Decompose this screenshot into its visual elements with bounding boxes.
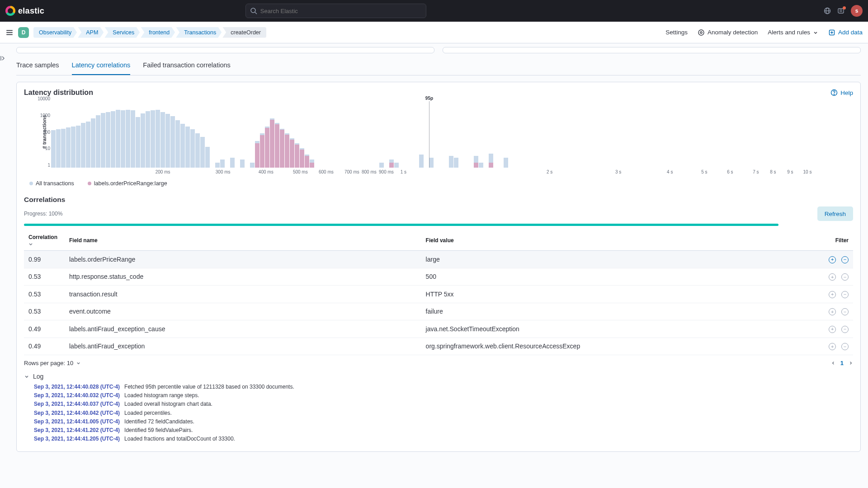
- legend-all: All transactions: [36, 180, 74, 187]
- rows-per-page[interactable]: Rows per page: 10: [24, 360, 81, 366]
- progress-bar: [24, 224, 778, 226]
- breadcrumb-item[interactable]: createOrder: [222, 27, 266, 38]
- alerts-dropdown[interactable]: Alerts and rules: [768, 29, 818, 36]
- search-wrap: [245, 4, 426, 18]
- search-icon: [250, 7, 257, 14]
- col-value[interactable]: Field value: [421, 230, 817, 251]
- filter-out-icon[interactable]: −: [841, 273, 849, 281]
- svg-point-18: [834, 94, 835, 94]
- sidebar-expand-icon[interactable]: [0, 43, 16, 465]
- page-next[interactable]: [848, 361, 853, 366]
- legend: All transactions labels.orderPriceRange:…: [29, 180, 853, 187]
- filter-in-icon[interactable]: +: [829, 308, 836, 315]
- filter-out-icon[interactable]: −: [841, 256, 849, 263]
- newsfeed-icon[interactable]: [837, 7, 844, 14]
- svg-point-12: [698, 30, 704, 35]
- legend-sel: labels.orderPriceRange:large: [94, 180, 167, 187]
- search-input[interactable]: [245, 4, 426, 18]
- latency-chart[interactable]: # transactions 95p 200 ms300 ms400 ms500…: [24, 99, 853, 178]
- settings-link[interactable]: Settings: [665, 29, 688, 36]
- filter-out-icon[interactable]: −: [841, 326, 849, 333]
- svg-rect-5: [838, 9, 844, 13]
- filter-in-icon[interactable]: +: [829, 291, 836, 298]
- tabs: Trace samples Latency correlations Faile…: [16, 56, 861, 75]
- summary-card: [443, 47, 861, 53]
- log-output: Sep 3, 2021, 12:44:40.028 (UTC-4)Fetched…: [34, 383, 853, 443]
- filter-in-icon[interactable]: +: [829, 273, 836, 281]
- breadcrumb-item[interactable]: Services: [104, 27, 140, 38]
- logo[interactable]: elastic: [5, 6, 44, 16]
- svg-line-1: [255, 12, 257, 14]
- tab-failed-correlations[interactable]: Failed transaction correlations: [143, 56, 230, 75]
- summary-card: [16, 47, 434, 53]
- progress-label: Progress: 100%: [24, 211, 62, 217]
- svg-point-11: [700, 32, 702, 33]
- col-corr[interactable]: Correlation: [28, 234, 57, 240]
- avatar[interactable]: s: [851, 5, 863, 17]
- table-row[interactable]: 0.53transaction.resultHTTP 5xx + −: [24, 286, 853, 303]
- breadcrumb-item[interactable]: Observability: [33, 27, 77, 38]
- breadcrumb-item[interactable]: APM: [78, 27, 104, 38]
- filter-out-icon[interactable]: −: [841, 343, 849, 350]
- refresh-button[interactable]: Refresh: [817, 206, 853, 221]
- filter-in-icon[interactable]: +: [829, 326, 836, 333]
- logo-icon: [5, 6, 15, 16]
- tab-latency-correlations[interactable]: Latency correlations: [72, 56, 131, 75]
- subbar: D ObservabilityAPMServicesfrontendTransa…: [0, 22, 868, 43]
- table-row[interactable]: 0.53event.outcomefailure + −: [24, 303, 853, 320]
- breadcrumb-item[interactable]: frontend: [141, 27, 175, 38]
- tab-trace-samples[interactable]: Trace samples: [16, 56, 59, 75]
- filter-in-icon[interactable]: +: [829, 343, 836, 350]
- space-badge[interactable]: D: [18, 27, 29, 38]
- anomaly-link[interactable]: Anomaly detection: [698, 29, 758, 36]
- filter-in-icon[interactable]: +: [829, 256, 836, 263]
- topbar: elastic s: [0, 0, 868, 22]
- col-filter: Filter: [817, 230, 853, 251]
- table-row[interactable]: 0.49labels.antiFraud_exceptionorg.spring…: [24, 338, 853, 355]
- filter-out-icon[interactable]: −: [841, 308, 849, 315]
- correlations-table: Correlation Field name Field value Filte…: [24, 230, 853, 355]
- latency-panel: Latency distribution Help # transactions…: [16, 82, 861, 452]
- log-title: Log: [33, 373, 43, 380]
- breadcrumbs: ObservabilityAPMServicesfrontendTransact…: [33, 27, 267, 38]
- table-row[interactable]: 0.49labels.antiFraud_exception_causejava…: [24, 320, 853, 338]
- menu-icon[interactable]: [5, 28, 14, 37]
- log-toggle[interactable]: Log: [24, 373, 853, 380]
- help-label: Help: [840, 89, 853, 96]
- correlations-title: Correlations: [24, 196, 853, 204]
- brand-text: elastic: [18, 6, 44, 16]
- table-row[interactable]: 0.99labels.orderPriceRangelarge + −: [24, 251, 853, 268]
- breadcrumb-item[interactable]: Transactions: [176, 27, 222, 38]
- pager: 1: [831, 360, 853, 366]
- page-prev[interactable]: [831, 361, 836, 366]
- help-link[interactable]: Help: [830, 89, 853, 96]
- table-row[interactable]: 0.53http.response.status_code500 + −: [24, 268, 853, 286]
- topbar-right: s: [824, 5, 863, 17]
- panel-title: Latency distribution: [24, 89, 93, 97]
- col-field[interactable]: Field name: [65, 230, 421, 251]
- page-number[interactable]: 1: [840, 360, 844, 366]
- svg-point-0: [251, 8, 255, 13]
- globe-icon[interactable]: [824, 7, 831, 14]
- filter-out-icon[interactable]: −: [841, 291, 849, 298]
- add-data-link[interactable]: Add data: [828, 29, 863, 36]
